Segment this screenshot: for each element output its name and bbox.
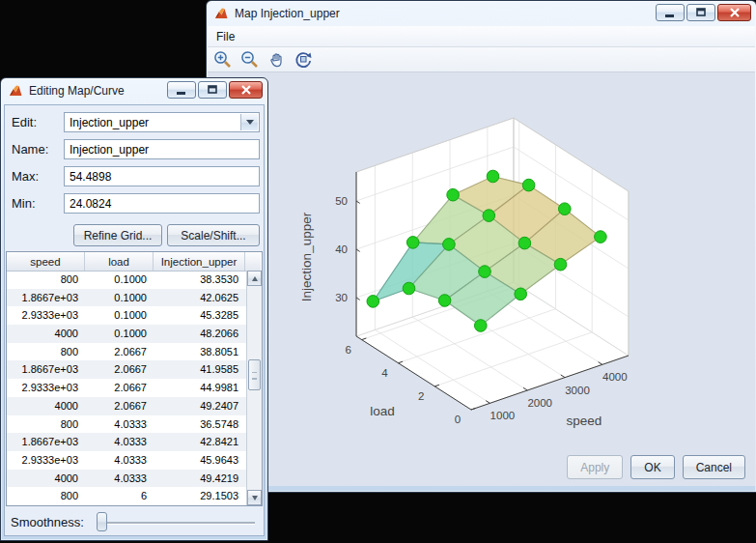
- map-window-controls: [654, 4, 751, 21]
- data-point-marker[interactable]: [522, 179, 535, 191]
- minimize-button[interactable]: [167, 81, 196, 99]
- map-toolbar: [208, 47, 755, 72]
- table-cell: 2.0667: [85, 360, 154, 379]
- map-window-title: Map Injection_upper: [235, 7, 340, 20]
- pan-hand-icon[interactable]: [266, 49, 287, 70]
- desktop: { "map_window": { "title": "Map Injectio…: [0, 0, 756, 543]
- table-cell: 0.1000: [85, 271, 154, 289]
- apply-button[interactable]: Apply: [567, 455, 623, 479]
- table-row[interactable]: 8002.066738.8051: [7, 343, 246, 361]
- table-row[interactable]: 40004.033349.4219: [7, 470, 246, 488]
- data-point-marker[interactable]: [406, 237, 419, 249]
- zoom-out-icon[interactable]: [239, 49, 260, 70]
- table-cell: 4000: [7, 397, 85, 415]
- data-point-marker[interactable]: [487, 170, 499, 183]
- data-point-marker[interactable]: [479, 266, 491, 278]
- column-header-Injection_upper[interactable]: Injection_upper: [154, 252, 245, 271]
- edit-window-titlebar[interactable]: Editing Map/Curve: [1, 78, 267, 103]
- table-body: 8000.100038.35301.8667e+030.100042.06252…: [7, 271, 246, 505]
- edit-combobox-value: Injection_upper: [70, 116, 149, 129]
- table-row[interactable]: 1.8667e+034.033342.8421: [7, 433, 246, 451]
- table-cell: 4000: [7, 325, 85, 343]
- restore-button[interactable]: [198, 81, 227, 99]
- svg-text:40: 40: [335, 243, 348, 255]
- table-row[interactable]: 2.9333e+030.100045.3285: [7, 306, 246, 325]
- table-scrollbar[interactable]: [246, 271, 262, 505]
- edit-combobox[interactable]: Injection_upper: [64, 112, 260, 132]
- table-row[interactable]: 2.9333e+034.033345.9643: [7, 451, 246, 470]
- data-point-marker[interactable]: [515, 288, 527, 300]
- table-cell: 0.1000: [85, 306, 154, 325]
- smoothness-slider-thumb[interactable]: [97, 512, 107, 531]
- data-point-marker[interactable]: [483, 210, 495, 222]
- edit-window-title: Editing Map/Curve: [29, 84, 125, 98]
- table-cell: 38.3530: [154, 271, 245, 289]
- data-point-marker[interactable]: [554, 258, 567, 271]
- table-cell: 2.9333e+03: [7, 451, 85, 470]
- scroll-up-button[interactable]: [247, 271, 262, 286]
- table-cell: 45.3285: [154, 306, 245, 325]
- table-row[interactable]: 2.9333e+032.066744.9981: [7, 379, 246, 397]
- close-button[interactable]: [717, 4, 751, 21]
- data-point-marker[interactable]: [403, 282, 415, 295]
- smoothness-slider-track[interactable]: [98, 522, 255, 525]
- name-field[interactable]: Injection_upper: [64, 139, 260, 159]
- map-window-titlebar[interactable]: Map Injection_upper: [207, 1, 756, 26]
- map-window: Map Injection_upper File: [206, 0, 756, 493]
- close-button[interactable]: [229, 81, 263, 99]
- table-row[interactable]: 1.8667e+030.100042.0625: [7, 289, 246, 307]
- data-point-marker[interactable]: [443, 239, 456, 251]
- table-cell: 6: [85, 487, 154, 505]
- table-row[interactable]: 40002.066749.2407: [7, 397, 246, 415]
- table-row[interactable]: 8004.033336.5748: [7, 415, 246, 434]
- data-table: speedloadInjection_upper 8000.100038.353…: [6, 251, 263, 506]
- table-cell: 48.2066: [154, 325, 245, 343]
- data-point-marker[interactable]: [475, 320, 488, 332]
- data-point-marker[interactable]: [518, 237, 531, 249]
- data-point-marker[interactable]: [595, 231, 607, 243]
- menu-file[interactable]: File: [208, 28, 243, 45]
- scale-shift-button[interactable]: Scale/Shift...: [167, 224, 260, 246]
- table-cell: 4000: [7, 470, 85, 488]
- ok-button[interactable]: OK: [630, 455, 674, 479]
- scrollbar-thumb[interactable]: [248, 359, 261, 390]
- data-point-marker[interactable]: [438, 295, 451, 307]
- cancel-button[interactable]: Cancel: [683, 455, 745, 479]
- max-field-value: 54.4898: [70, 170, 111, 184]
- table-cell: 800: [7, 343, 85, 361]
- data-point-marker[interactable]: [447, 188, 460, 201]
- minimize-button[interactable]: [656, 4, 685, 21]
- table-row[interactable]: 800629.1503: [7, 487, 246, 505]
- table-header: speedloadInjection_upper: [7, 252, 262, 272]
- svg-text:6: 6: [345, 344, 350, 356]
- data-point-marker[interactable]: [367, 296, 379, 308]
- zoom-in-icon[interactable]: [212, 49, 233, 70]
- svg-text:4000: 4000: [602, 371, 628, 383]
- svg-text:1000: 1000: [490, 410, 516, 421]
- rotate-3d-icon[interactable]: [294, 49, 314, 70]
- name-label: Name:: [12, 142, 48, 157]
- table-cell: 49.4219: [154, 470, 245, 488]
- edit-window-controls: [165, 81, 263, 99]
- table-cell: 36.5748: [154, 415, 245, 434]
- column-header-load[interactable]: load: [85, 252, 154, 271]
- column-header-speed[interactable]: speed: [7, 252, 85, 271]
- svg-text:Injection_upper: Injection_upper: [299, 212, 314, 301]
- scroll-down-button[interactable]: [247, 490, 262, 505]
- table-row[interactable]: 8000.100038.3530: [7, 271, 246, 289]
- table-row[interactable]: 1.8667e+032.066741.9585: [7, 360, 246, 379]
- matlab-icon: [9, 84, 23, 99]
- surface-plot-3d[interactable]: 10002000300040000246304050speedloadInjec…: [295, 107, 725, 445]
- data-point-marker[interactable]: [559, 203, 572, 215]
- min-field[interactable]: 24.0824: [64, 193, 260, 214]
- table-cell: 800: [7, 271, 85, 289]
- figure-action-row: Apply OK Cancel: [559, 455, 745, 479]
- refine-grid-button[interactable]: Refine Grid...: [73, 224, 162, 246]
- combobox-dropdown-button[interactable]: [240, 114, 258, 130]
- max-field[interactable]: 54.4898: [64, 166, 260, 186]
- table-cell: 29.1503: [154, 487, 245, 505]
- restore-button[interactable]: [686, 4, 715, 21]
- table-cell: 38.8051: [154, 343, 245, 361]
- table-row[interactable]: 40000.100048.2066: [7, 325, 246, 343]
- matlab-icon: [214, 7, 229, 21]
